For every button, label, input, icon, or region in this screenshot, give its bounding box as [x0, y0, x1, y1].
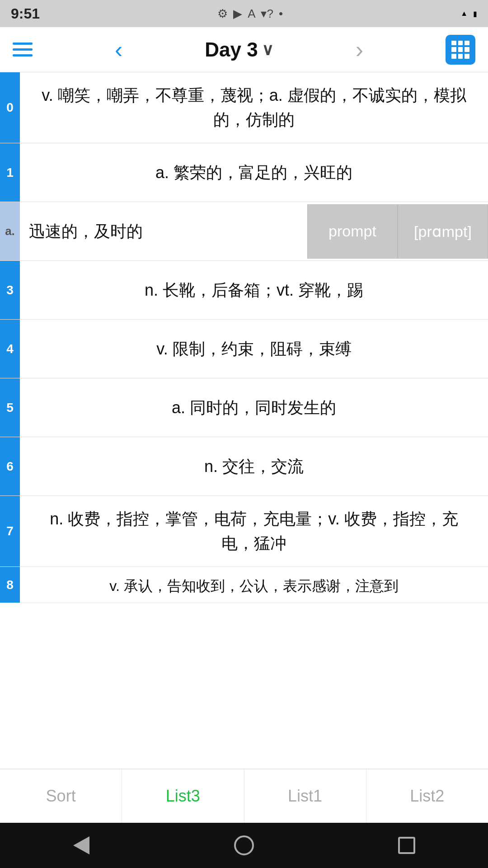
day-title-text: Day 3 [205, 38, 258, 61]
android-nav-bar [0, 823, 488, 868]
table-row[interactable]: 8 v. 承认，告知收到，公认，表示感谢，注意到 [0, 567, 488, 603]
table-row[interactable]: 6 n. 交往，交流 [0, 437, 488, 496]
play-icon: ▶ [233, 7, 242, 21]
row-index-7: 7 [0, 496, 20, 566]
table-row[interactable]: 0 v. 嘲笑，嘲弄，不尊重，蔑视；a. 虚假的，不诚实的，模拟的，仿制的 [0, 72, 488, 143]
menu-button[interactable] [13, 42, 33, 57]
battery-icon: ▮ [473, 9, 477, 18]
chevron-down-icon: ∨ [262, 40, 273, 59]
row-index-3: 3 [0, 261, 20, 319]
android-recents-button[interactable] [393, 832, 420, 859]
row-index-8: 8 [0, 567, 20, 603]
settings-icon: ⚙ [217, 7, 228, 21]
row-definition-0: v. 嘲笑，嘲弄，不尊重，蔑视；a. 虚假的，不诚实的，模拟的，仿制的 [20, 72, 488, 143]
table-row[interactable]: 3 n. 长靴，后备箱；vt. 穿靴，踢 [0, 261, 488, 320]
day-title[interactable]: Day 3 ∨ [205, 38, 273, 61]
popup-phonetic: [prɑmpt] [398, 204, 488, 259]
row-index-0: 0 [0, 72, 20, 143]
table-row[interactable]: 5 a. 同时的，同时发生的 [0, 378, 488, 437]
row-definition-8: v. 承认，告知收到，公认，表示感谢，注意到 [20, 567, 488, 603]
table-row[interactable]: a. 迅速的，及时的 prompt [prɑmpt] [0, 202, 488, 261]
table-row[interactable]: 7 n. 收费，指控，掌管，电荷，充电量；v. 收费，指控，充电，猛冲 [0, 496, 488, 567]
row-definition-4: v. 限制，约束，阻碍，束缚 [20, 320, 488, 378]
row-index-1: 1 [0, 143, 20, 202]
forward-button[interactable]: › [351, 38, 368, 61]
android-home-icon [234, 835, 254, 855]
wifi-icon: ▾? [261, 7, 273, 21]
tab-sort[interactable]: Sort [0, 769, 122, 823]
row-index-4: 4 [0, 320, 20, 378]
back-button[interactable]: ‹ [110, 38, 127, 61]
android-back-icon [73, 836, 89, 854]
popup-word: prompt [307, 204, 398, 259]
nav-bar: ‹ Day 3 ∨ › [0, 27, 488, 72]
status-icons: ⚙ ▶ A ▾? • [217, 7, 283, 21]
word-popup[interactable]: prompt [prɑmpt] [307, 204, 488, 259]
row-definition-7: n. 收费，指控，掌管，电荷，充电量；v. 收费，指控，充电，猛冲 [20, 496, 488, 566]
row-index-5: 5 [0, 378, 20, 437]
text-icon: A [248, 7, 255, 21]
bottom-tab-bar: Sort List3 List1 List2 [0, 769, 488, 823]
table-row[interactable]: 1 a. 繁荣的，富足的，兴旺的 [0, 143, 488, 202]
row-definition-1: a. 繁荣的，富足的，兴旺的 [20, 143, 488, 202]
tab-list2[interactable]: List2 [366, 769, 488, 823]
row-index-2: a. [0, 202, 20, 260]
grid-view-button[interactable] [446, 35, 475, 65]
tab-list1[interactable]: List1 [244, 769, 366, 823]
signal-icon: ▲ [460, 9, 468, 18]
status-bar: 9:51 ⚙ ▶ A ▾? • ▲ ▮ [0, 0, 488, 27]
row-definition-6: n. 交往，交流 [20, 437, 488, 495]
row-index-6: 6 [0, 437, 20, 495]
dot-icon: • [279, 7, 283, 21]
android-recents-icon [398, 837, 415, 854]
row-definition-3: n. 长靴，后备箱；vt. 穿靴，踢 [20, 261, 488, 319]
grid-icon [451, 41, 469, 59]
status-right: ▲ ▮ [460, 9, 477, 18]
status-time: 9:51 [11, 5, 40, 22]
table-row[interactable]: 4 v. 限制，约束，阻碍，束缚 [0, 320, 488, 378]
tab-list3[interactable]: List3 [122, 769, 244, 823]
android-home-button[interactable] [230, 832, 258, 859]
row-definition-5: a. 同时的，同时发生的 [20, 378, 488, 437]
word-list: 0 v. 嘲笑，嘲弄，不尊重，蔑视；a. 虚假的，不诚实的，模拟的，仿制的 1 … [0, 72, 488, 769]
android-back-button[interactable] [68, 832, 95, 859]
